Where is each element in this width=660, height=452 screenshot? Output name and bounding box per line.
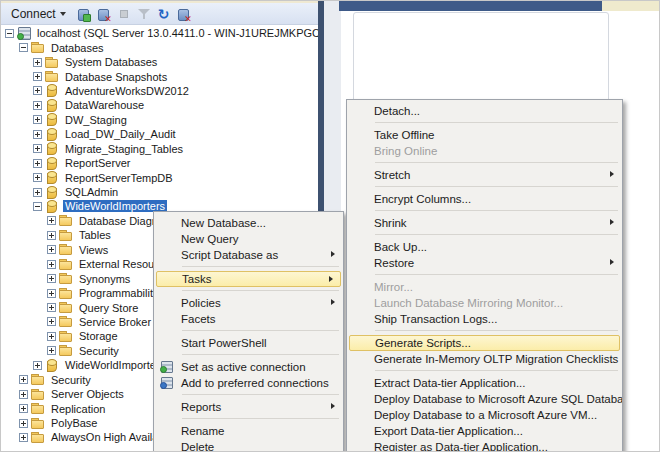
menu-item-restore[interactable]: Restore — [348, 255, 621, 271]
menu-item-delete[interactable]: Delete — [155, 439, 342, 452]
collapse-icon[interactable] — [33, 202, 42, 211]
tree-item-sqladmin[interactable]: SQLAdmin — [1, 185, 318, 199]
refresh-icon[interactable] — [156, 6, 172, 22]
menu-item-shrink[interactable]: Shrink — [348, 215, 621, 231]
disconnect-all-icon[interactable] — [176, 6, 192, 22]
menu-item-extract-data-tier-application[interactable]: Extract Data-tier Application... — [348, 375, 621, 391]
menu-item-add-to-preferred-connections[interactable]: Add to preferred connections — [155, 375, 342, 391]
menu-item-detach[interactable]: Detach... — [348, 103, 621, 119]
submenu-arrow-icon — [610, 171, 614, 177]
expand-icon[interactable] — [33, 188, 42, 197]
tree-item-datawarehouse[interactable]: DataWarehouse — [1, 98, 318, 112]
tree-item-load-dw-daily-audit[interactable]: Load_DW_Daily_Audit — [1, 127, 318, 141]
database-icon — [45, 128, 60, 141]
menu-item-stretch[interactable]: Stretch — [348, 167, 621, 183]
expand-icon[interactable] — [33, 101, 42, 110]
expand-icon[interactable] — [33, 58, 42, 67]
menu-item-reports[interactable]: Reports — [155, 399, 342, 415]
expand-icon[interactable] — [33, 130, 42, 139]
folder-icon — [31, 41, 46, 54]
expand-icon[interactable] — [47, 231, 56, 240]
disconnect-server-icon[interactable] — [96, 6, 112, 22]
menu-separator — [182, 330, 339, 331]
database-icon — [45, 99, 60, 112]
expand-icon[interactable] — [47, 245, 56, 254]
database-icon — [45, 84, 60, 97]
menu-item-label: Delete — [181, 441, 214, 452]
expand-icon[interactable] — [33, 72, 42, 81]
menu-item-take-offline[interactable]: Take Offline — [348, 127, 621, 143]
menu-item-set-as-active-connection[interactable]: Set as active connection — [155, 359, 342, 375]
menu-item-label: Facets — [181, 313, 216, 325]
tree-item-reportserver[interactable]: ReportServer — [1, 156, 318, 170]
folder-icon — [31, 402, 46, 415]
connect-button[interactable]: Connect — [7, 5, 70, 23]
expand-icon[interactable] — [33, 173, 42, 182]
connect-server-icon[interactable] — [76, 6, 92, 22]
tree-item-dw-staging[interactable]: DW_Staging — [1, 113, 318, 127]
tree-item-reportservertempdb[interactable]: ReportServerTempDB — [1, 170, 318, 184]
folder-icon — [59, 258, 74, 271]
expand-icon[interactable] — [33, 159, 42, 168]
ssms-window: Connect localhost (SQL Server 13.0.4411.… — [0, 0, 660, 452]
tasks-submenu: Detach...Take OfflineBring OnlineStretch… — [346, 99, 623, 452]
menu-item-label: Back Up... — [374, 241, 427, 253]
expand-icon[interactable] — [47, 260, 56, 269]
expand-icon[interactable] — [47, 274, 56, 283]
submenu-arrow-icon — [331, 299, 335, 305]
menu-item-deploy-database-to-a-microsoft-azure-vm[interactable]: Deploy Database to a Microsoft Azure VM.… — [348, 407, 621, 423]
server-icon — [17, 27, 32, 40]
tree-item-system-databases[interactable]: System Databases — [1, 55, 318, 69]
expand-icon[interactable] — [33, 86, 42, 95]
expand-icon[interactable] — [19, 404, 28, 413]
menu-item-generate-in-memory-oltp-migration-checklis[interactable]: Generate In-Memory OLTP Migration Checkl… — [348, 351, 621, 367]
tree-item-label: Synonyms — [77, 273, 132, 285]
menu-item-deploy-database-to-microsoft-azure-sql-dat[interactable]: Deploy Database to Microsoft Azure SQL D… — [348, 391, 621, 407]
expand-icon[interactable] — [47, 346, 56, 355]
expand-icon[interactable] — [47, 317, 56, 326]
tree-item-label: DataWarehouse — [63, 99, 146, 111]
menu-item-script-database-as[interactable]: Script Database as — [155, 247, 342, 263]
tree-item-adventureworksdw2012[interactable]: AdventureWorksDW2012 — [1, 84, 318, 98]
menu-item-label: New Database... — [181, 217, 266, 229]
expand-icon[interactable] — [33, 361, 42, 370]
menu-item-label: Start PowerShell — [181, 337, 267, 349]
menu-item-tasks[interactable]: Tasks — [156, 271, 341, 287]
expand-icon[interactable] — [19, 375, 28, 384]
tree-item-localhost-sql-server-13-0-4411-0-win-j1ure[interactable]: localhost (SQL Server 13.0.4411.0 - WIN-… — [1, 26, 318, 40]
expand-icon[interactable] — [47, 303, 56, 312]
tree-item-label: Security — [49, 374, 93, 386]
menu-item-register-as-data-tier-application[interactable]: Register as Data-tier Application... — [348, 439, 621, 452]
expand-icon[interactable] — [33, 115, 42, 124]
expand-icon[interactable] — [47, 216, 56, 225]
tree-item-databases[interactable]: Databases — [1, 40, 318, 54]
menu-item-facets[interactable]: Facets — [155, 311, 342, 327]
menu-item-start-powershell[interactable]: Start PowerShell — [155, 335, 342, 351]
tree-item-label: DW_Staging — [63, 114, 129, 126]
menu-item-encrypt-columns[interactable]: Encrypt Columns... — [348, 191, 621, 207]
expand-icon[interactable] — [19, 419, 28, 428]
tree-item-label: Storage — [77, 330, 120, 342]
expand-icon[interactable] — [19, 433, 28, 442]
tree-item-database-snapshots[interactable]: Database Snapshots — [1, 69, 318, 83]
menu-item-rename[interactable]: Rename — [155, 423, 342, 439]
menu-item-label: Deploy Database to Microsoft Azure SQL D… — [374, 393, 623, 405]
folder-icon — [31, 417, 46, 430]
database-icon — [45, 200, 60, 213]
menu-item-new-database[interactable]: New Database... — [155, 215, 342, 231]
collapse-icon[interactable] — [5, 29, 14, 38]
menu-item-generate-scripts[interactable]: Generate Scripts... — [349, 335, 620, 351]
tree-item-migrate-staging-tables[interactable]: Migrate_Staging_Tables — [1, 142, 318, 156]
expand-icon[interactable] — [33, 144, 42, 153]
expand-icon[interactable] — [47, 332, 56, 341]
tree-item-label: Views — [77, 244, 110, 256]
menu-item-policies[interactable]: Policies — [155, 295, 342, 311]
menu-item-ship-transaction-logs[interactable]: Ship Transaction Logs... — [348, 311, 621, 327]
expand-icon[interactable] — [19, 390, 28, 399]
menu-item-new-query[interactable]: New Query — [155, 231, 342, 247]
expand-icon[interactable] — [47, 289, 56, 298]
menu-separator — [375, 210, 618, 211]
collapse-icon[interactable] — [19, 43, 28, 52]
menu-item-export-data-tier-application[interactable]: Export Data-tier Application... — [348, 423, 621, 439]
menu-item-back-up[interactable]: Back Up... — [348, 239, 621, 255]
